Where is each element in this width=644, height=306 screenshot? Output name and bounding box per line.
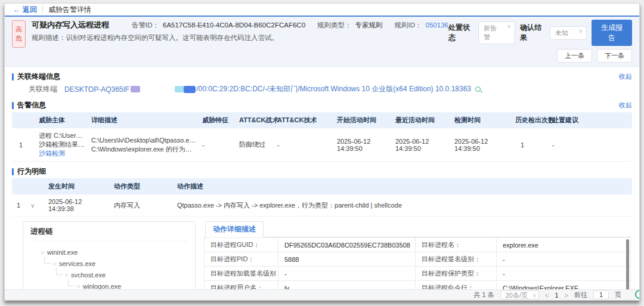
field-value: DF95265DC03A6D8C02559EC738B03508 [278,238,416,252]
col-header: 发生时间 [45,178,111,194]
section-accent-bar [12,73,14,81]
field-label: 目标进程GUID： [205,238,278,252]
field-label: 目标进程签名级别： [416,252,497,267]
tree-connector [44,256,51,264]
back-button[interactable]: ←返回 [13,5,37,15]
tree-node-icon [65,274,68,277]
alert-info-collapse-link[interactable]: 收起 [619,101,632,110]
total-count: 共 1 条 [473,290,494,299]
main-content: 关联终端信息 收起 关联终端 DESKTOP-AQ365IF /00:0C:29… [5,67,639,301]
col-header: 详细描述 [88,112,199,128]
chevron-down-icon: ∨ [578,28,583,34]
page-unit-label: 页 [615,290,621,299]
nav-divider [42,6,43,13]
col-header: 动作描述 [174,178,632,194]
col-header: ATT&CK技术 [274,112,334,128]
chevron-down-icon: ∨ [507,23,511,29]
terminal-section-title: 关联终端信息 [17,72,60,82]
row-index: 1 [12,128,36,162]
rule-type-label: 规则类型： [317,21,352,30]
top-nav: ←返回 威胁告警详情 [5,4,639,16]
field-label: 目标进程保护类型： [416,267,497,281]
alert-id-label: 告警ID： [132,21,159,30]
row-expand-icon[interactable]: ∨ [30,202,35,209]
prev-page-icon[interactable]: < [545,292,549,299]
behavior-header-row: 发生时间 动作类型 动作描述 [12,178,632,194]
field-value: - [278,267,416,281]
rule-description: 规则描述：识别对远程进程内存空间的可疑写入。这可能表明存在代码注入尝试。 [32,33,448,42]
behavior-table: 发生时间 动作类型 动作描述 1 ∨ 2025-06-12 14:39:38 内… [12,178,632,217]
alert-info-header-row: 威胁主体 详细描述 威胁特征 ATT&CK战术 ATT&CK技术 开始活动时间 … [12,112,632,128]
prev-item-button[interactable]: 上一条 [557,49,592,63]
detect-time-cell: 2025-06-12 14:39:50 [451,128,512,162]
field-value: 5888 [278,252,416,267]
process-node[interactable]: wininit.exe [41,247,188,258]
tree-connector [56,268,63,275]
behavior-time-cell: 2025-06-12 14:39:38 [45,194,111,217]
row-index: 1 [12,194,27,217]
confirm-result-label: 确认结果 [520,23,545,43]
threat-subject-cell: 进程 C:\Users\lv\Desktop\all\Qtpa... 沙箱检测结… [36,128,88,162]
alert-id-value: 6A517C58-E410-4C0A-8D04-B60C2FCAF6C0 [163,21,305,29]
terminal-hostname-link[interactable]: DESKTOP-AQ365IF [64,85,129,94]
tree-connector [68,279,75,286]
generate-report-button[interactable]: 生成报告 [592,20,632,46]
goto-label: 前往 [574,290,587,299]
rule-id-label: 规则ID： [395,21,422,30]
col-header: 处置建议 [549,112,632,128]
field-label: 目标进程加载签名级别： [205,267,278,281]
dispose-status-select[interactable]: 新告警∨ [478,21,515,44]
process-node[interactable]: svchost.exe [65,270,188,281]
col-header: 动作类型 [111,178,174,194]
search-icon[interactable] [475,86,481,92]
behavior-row: 1 ∨ 2025-06-12 14:39:38 内存写入 Qtpasso.exe… [12,194,632,217]
redaction-block [131,86,140,92]
col-header: 检测时间 [451,112,512,128]
threat-feature-cell: - [199,128,236,162]
confirm-result-select[interactable]: 未知∨ [550,26,587,40]
alert-title: 可疑内存写入远程进程 [32,20,109,30]
page-title: 威胁告警详情 [48,5,91,15]
col-header: 威胁特征 [199,112,236,128]
terminal-collapse-link[interactable]: 收起 [619,72,632,81]
start-time-cell: 2025-06-12 14:39:50 [334,128,392,162]
next-item-button[interactable]: 下一条 [597,49,632,63]
behavior-row-detail: 进程链 wininit.exe services.exe svchost.exe… [12,217,632,301]
detail-tabbar: 动作详细描述 [204,221,631,237]
history-count-link[interactable]: 1 [512,128,549,162]
current-page[interactable]: 1 [555,292,558,299]
field-label: 目标进程PID： [205,252,278,267]
col-header: 开始活动时间 [334,112,392,128]
col-header: 威胁主体 [36,112,88,128]
tree-node-icon [77,285,80,288]
behavior-section-title: 行为明细 [17,166,46,177]
goto-page-input[interactable] [593,290,609,299]
col-header: ATT&CK战术 [236,112,274,128]
last-time-cell: 2025-06-12 14:39:50 [392,128,451,162]
suggestion-cell: - [549,128,632,162]
tab-action-detail[interactable]: 动作详细描述 [205,221,264,237]
page-size-select[interactable]: 20条/页∨ [500,290,539,299]
col-header: 历史检出次数 [512,112,549,128]
process-chain-title: 进程链 [30,227,188,242]
chevron-down-icon: ∨ [532,292,536,300]
attck-tactic-cell: 防御绕过 [236,128,274,162]
redaction-block [184,86,196,93]
rule-id-link[interactable]: 050136 [426,21,448,29]
terminal-info-text: /00:0C:29:2D:BC:DC/-/未知部门/Microsoft Wind… [196,84,471,94]
next-page-icon[interactable]: > [565,292,568,299]
alert-summary: 高危 可疑内存写入远程进程 告警ID： 6A517C58-E410-4C0A-8… [5,17,639,67]
sandbox-detect-link[interactable]: 沙箱检测 [39,149,85,158]
terminal-row: 关联终端 DESKTOP-AQ365IF /00:0C:29:2D:BC:DC/… [12,84,632,97]
attck-technique-cell: - [274,128,334,162]
tree-node-icon [53,262,56,265]
alert-info-row: 1 进程 C:\Users\lv\Desktop\all\Qtpa... 沙箱检… [12,128,632,162]
section-accent-bar [12,102,14,109]
back-arrow-icon: ← [13,5,20,14]
behavior-desc-cell: Qtpasso.exe -> 内存写入 -> explorer.exe，行为类型… [174,194,632,217]
field-value: - [497,252,631,267]
process-node[interactable]: services.exe [53,258,188,270]
floating-action-icon[interactable] [635,290,640,299]
alert-info-section-title: 告警信息 [17,100,46,110]
threat-alert-detail-window: ←返回 威胁告警详情 高危 可疑内存写入远程进程 告警ID： 6A517C58-… [4,3,640,301]
